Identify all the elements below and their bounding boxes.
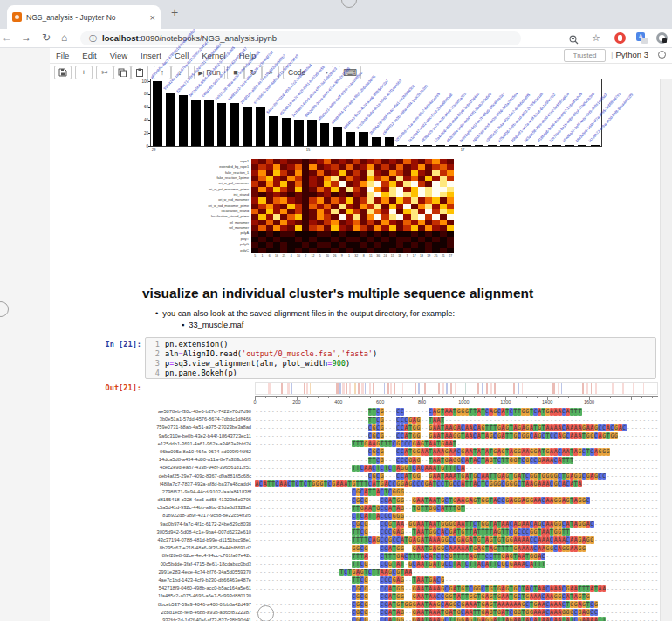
nuc-cell: - — [287, 569, 291, 576]
heatmap-x-tick-label: 11 — [367, 254, 374, 258]
nuc-cell: T — [481, 528, 485, 535]
nuc-cell: A — [416, 528, 421, 535]
msa-row-sequence: ------------------------CGCG---CCATGTGGG… — [255, 601, 659, 609]
nuc-cell: - — [642, 601, 647, 608]
nuc-cell: A — [449, 457, 453, 464]
nuc-cell: A — [449, 448, 453, 455]
cursor-ring — [257, 605, 274, 621]
forward-icon[interactable]: → — [21, 31, 31, 44]
minimap-band — [586, 383, 588, 394]
nuc-cell: G — [429, 505, 433, 512]
msa-row-id: f488a7c7-7837-492a-af8d-ba37a48cadd4 — [118, 480, 255, 488]
nuc-cell: C — [384, 505, 388, 512]
nuc-cell: - — [287, 488, 291, 495]
nuc-cell: T — [493, 585, 497, 592]
heatmap — [251, 159, 454, 253]
paste-cell-button[interactable] — [131, 66, 148, 79]
nuc-cell: G — [396, 553, 401, 560]
nuc-cell: T — [352, 465, 356, 472]
nuc-cell: - — [299, 561, 304, 568]
nuc-cell: - — [590, 553, 594, 560]
extension-icon-red[interactable] — [614, 32, 626, 44]
nuc-cell: - — [622, 473, 627, 480]
back-icon[interactable]: ← — [2, 31, 12, 44]
copy-cell-button[interactable] — [113, 66, 131, 79]
nuc-cell: A — [429, 440, 433, 447]
zoom-out-icon[interactable] — [569, 32, 579, 48]
translate-extension-icon[interactable]: A — [636, 32, 648, 44]
nuc-cell: A — [429, 601, 433, 608]
nuc-cell: T — [481, 480, 485, 487]
nuc-cell: T — [461, 553, 465, 560]
minimap-band — [287, 383, 290, 394]
menu-insert[interactable]: Insert — [141, 51, 161, 60]
nuc-cell: G — [558, 528, 562, 535]
nuc-cell: T — [352, 536, 356, 543]
nuc-cell: - — [332, 593, 336, 600]
nuc-cell: - — [622, 505, 627, 512]
minimap-band — [446, 383, 447, 394]
minimap-band — [394, 383, 394, 394]
nuc-cell: C — [525, 473, 530, 480]
nuc-cell: - — [461, 569, 465, 576]
menu-edit[interactable]: Edit — [82, 51, 96, 60]
nuc-cell: T — [493, 536, 497, 543]
heatmap-xticks: 5161621410212520269132811362415187171819… — [251, 254, 454, 258]
msa-axis-tick — [412, 397, 413, 398]
nuc-cell: G — [416, 448, 421, 455]
msa-row-sequence: ------------------------TTTGAAGTTTCGCCCG… — [255, 440, 659, 448]
nuc-cell: T — [493, 424, 497, 431]
nuc-cell: - — [590, 465, 594, 472]
nuc-cell: - — [255, 576, 259, 583]
nuc-cell: A — [525, 480, 530, 487]
minimap-band — [643, 383, 644, 394]
site-info-icon[interactable]: ⓘ — [89, 33, 97, 45]
bar-y-tick-mark — [148, 146, 151, 147]
msa-row: d8155418-c328-4cc5-ad58-41323b5c0706----… — [118, 496, 663, 504]
nuc-cell: C — [449, 536, 453, 543]
msa-overview-plot[interactable] — [255, 382, 658, 395]
insert-cell-button[interactable]: + — [75, 66, 93, 79]
menu-file[interactable]: File — [56, 51, 69, 60]
nuc-cell: - — [299, 473, 304, 480]
nuc-cell: G — [364, 601, 368, 608]
nuc-cell: A — [590, 473, 594, 480]
minimap-band — [415, 383, 416, 394]
code-editor[interactable]: 1pn.extension()2aln = AlignIO.read('outp… — [145, 337, 656, 379]
browser-tab[interactable]: NGS_analysis - Jupyter No × — [7, 5, 161, 29]
nuc-cell: - — [267, 473, 271, 480]
trusted-badge[interactable]: Trusted — [564, 49, 606, 62]
msa-row-sequence: ----------------------------CGCG---CCATG… — [255, 448, 659, 456]
reload-icon[interactable]: ↻ — [42, 31, 51, 44]
nuc-cell: C — [461, 609, 465, 616]
nuc-cell: - — [655, 417, 659, 424]
nuc-cell: - — [287, 473, 291, 480]
save-button[interactable] — [54, 66, 72, 79]
nuc-cell: T — [493, 609, 497, 616]
tab-close-icon[interactable]: × — [150, 12, 155, 23]
nuc-cell: - — [481, 465, 485, 472]
msa-row-id: 542718f9-0460-498b-acc0-b5ac164a5e61 — [118, 584, 255, 592]
nuc-cell: C — [396, 457, 401, 464]
nuc-cell: T — [384, 465, 388, 472]
nuc-cell: T — [352, 505, 356, 512]
msa-axis-tick — [265, 397, 266, 398]
nuc-cell: - — [319, 505, 324, 512]
bookmark-star-icon[interactable]: ☆ — [592, 32, 600, 44]
menu-view[interactable]: View — [110, 51, 127, 60]
nuc-cell: G — [364, 545, 368, 552]
extension-icon-gray-lock[interactable] — [656, 32, 668, 44]
nuc-cell: - — [384, 417, 388, 424]
new-tab-button[interactable]: + — [171, 5, 178, 19]
cut-cell-button[interactable]: ✂ — [96, 66, 113, 79]
nuc-cell: - — [622, 521, 627, 528]
home-icon[interactable]: ⌂ — [61, 31, 67, 44]
msa-axis-tick — [568, 397, 569, 398]
heatmap-x-tick-label: 15 — [389, 254, 396, 258]
code-line: 2aln = AlignIO.read('output/0_muscle.fsa… — [146, 349, 655, 359]
heatmap-x-tick-label: 8 — [360, 254, 367, 258]
code-line: 3p = sq3.view_alignment(aln, plot_width=… — [146, 359, 655, 369]
nuc-cell: T — [352, 440, 356, 447]
nuc-cell: A — [429, 609, 433, 616]
nuc-cell: - — [449, 488, 453, 495]
